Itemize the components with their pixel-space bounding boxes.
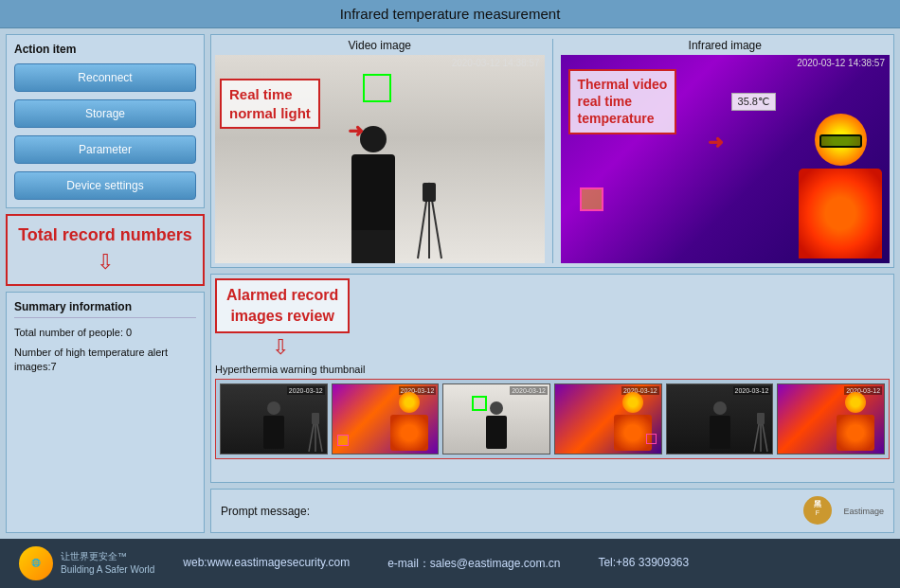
real-normal-text: Real timenormal light	[229, 85, 311, 122]
video-timestamp1: 2020-03-12 14:38:57	[452, 58, 540, 68]
summary-total-people: Total number of people: 0	[14, 326, 196, 340]
t4-body	[614, 415, 652, 451]
video-timestamp2: 2020-03-12 14:38:57	[797, 58, 885, 68]
thumbnail-3[interactable]: 2020-03-12	[442, 383, 550, 454]
thumb5-ts: 2020-03-12	[733, 386, 771, 395]
thumbnail-6[interactable]: 2020-03-12	[777, 383, 885, 454]
svg-rect-3	[423, 183, 436, 202]
summary-title: Summary information	[14, 300, 196, 318]
thermal-video-bg: Thermal videoreal timetemperature ➜ 35.8…	[561, 55, 891, 263]
prompt-label: Prompt message:	[221, 505, 310, 518]
thumb4-sq	[646, 434, 657, 444]
video-label: Video image	[215, 39, 545, 52]
total-record-arrow: ⇩	[17, 250, 193, 275]
thumbnail-section: Hyperthermia warning thumbnail 2020-03-1…	[215, 364, 890, 478]
thumb4-thermal-person	[609, 392, 657, 454]
t5-head	[713, 401, 727, 415]
t1-body	[263, 416, 284, 449]
thermal-person-figure	[799, 114, 882, 258]
normal-arrow: ➜	[348, 119, 364, 142]
normal-video-frame: 2020-03-12 14:38:57	[215, 55, 545, 263]
thumb1-tripod	[307, 411, 324, 454]
summary-alert-images: Number of high temperature alert images:…	[14, 346, 196, 375]
action-item-box: Action item Reconnect Storage Parameter …	[6, 34, 205, 208]
t2-head	[399, 392, 420, 413]
title-bar: Infrared temperature measurement	[0, 0, 900, 28]
t5-body	[710, 416, 730, 449]
footer-info: web:www.eastimagesecurity.com e-mail：sal…	[183, 556, 689, 572]
alarmed-arrow-down: ⇩	[272, 335, 289, 360]
temperature-badge: 35.8℃	[731, 93, 776, 111]
real-normal-label: Real timenormal light	[220, 79, 320, 129]
infrared-label: Infrared image	[561, 39, 891, 52]
action-item-title: Action item	[14, 43, 196, 56]
alarmed-area: Alarmed recordimages review ⇩ Hypertherm…	[210, 274, 894, 483]
t6-body	[837, 415, 874, 451]
alarmed-label-container: Alarmed recordimages review ⇩	[215, 278, 350, 360]
footer-logo: 🌐 让世界更安全™ Building A Safer World	[19, 546, 154, 580]
storage-button[interactable]: Storage	[14, 99, 196, 128]
svg-rect-7	[312, 413, 319, 424]
content-area: Action item Reconnect Storage Parameter …	[0, 28, 900, 539]
video-area: Video image 2020-03-12 14:38:57	[210, 34, 894, 268]
normal-video-section: Video image 2020-03-12 14:38:57	[215, 39, 545, 263]
svg-text:黑: 黑	[814, 500, 822, 508]
thumb1-person	[260, 401, 288, 454]
thumb3-face-box	[472, 396, 487, 411]
footer-logo-circle: 🌐	[19, 546, 53, 580]
alarmed-header: Alarmed recordimages review ⇩	[215, 278, 890, 360]
face-detection-box	[363, 74, 391, 102]
thumbnail-1[interactable]: 2020-03-12	[220, 383, 328, 454]
thermal-label: Thermal videoreal timetemperature	[568, 69, 677, 134]
alarmed-label-text: Alarmed recordimages review	[226, 287, 338, 324]
total-record-box: Total record numbers ⇩	[6, 214, 205, 286]
eastimage-logo-svg: 黑 F	[797, 494, 839, 527]
thermal-indicator-square	[580, 187, 603, 211]
thermal-arrow: ➜	[708, 131, 724, 153]
parameter-button[interactable]: Parameter	[14, 135, 196, 164]
eastimage-logo-text: Eastimage	[843, 507, 884, 516]
thermal-video-frame: 2020-03-12 14:38:57	[561, 55, 891, 263]
footer: 🌐 让世界更安全™ Building A Safer World web:www…	[0, 539, 900, 588]
thermal-label-text: Thermal videoreal timetemperature	[578, 76, 668, 128]
thumb1-ts: 2020-03-12	[287, 386, 325, 395]
thermal-body-heat	[799, 169, 882, 258]
normal-bg: Real timenormal light ➜	[215, 55, 545, 263]
summary-box: Summary information Total number of peop…	[6, 292, 205, 533]
thumbnails-row: 2020-03-12	[215, 379, 890, 459]
thumbnail-4[interactable]: 2020-03-12	[554, 383, 662, 454]
footer-logo-text: 让世界更安全™ Building A Safer World	[61, 550, 154, 577]
thumb6-thermal-person	[832, 392, 879, 454]
thumbnail-5[interactable]: 2020-03-12	[666, 383, 774, 454]
thermal-head	[815, 114, 867, 166]
logo-box: 黑 F Eastimage	[797, 494, 884, 527]
thumbnail-2[interactable]: 2020-03-12	[332, 383, 440, 454]
thermal-video-section: Infrared image 2020-03-12 14:38:57	[561, 39, 891, 263]
t1-head	[267, 401, 280, 415]
person-silhouette	[351, 126, 395, 263]
reconnect-button[interactable]: Reconnect	[14, 63, 196, 92]
person-body	[351, 154, 395, 230]
thermal-glasses	[819, 134, 862, 148]
tripod-svg	[413, 178, 446, 263]
svg-text:F: F	[816, 509, 819, 516]
footer-email: e-mail：sales@eastimage.com.cn	[387, 556, 560, 572]
thumb2-sq	[337, 435, 349, 446]
thumb5-person	[706, 401, 734, 454]
device-settings-button[interactable]: Device settings	[14, 171, 196, 200]
thumb3-ts: 2020-03-12	[510, 386, 548, 395]
footer-tel: Tel:+86 33909363	[598, 556, 689, 572]
thumb2-thermal-person	[386, 392, 433, 454]
footer-logo-icon: 🌐	[31, 560, 41, 568]
left-panel: Action item Reconnect Storage Parameter …	[6, 34, 205, 533]
footer-logo-line2: Building A Safer World	[61, 563, 154, 577]
person-legs	[351, 230, 395, 263]
app-title: Infrared temperature measurement	[340, 6, 561, 22]
total-record-label: Total record numbers	[17, 225, 193, 246]
alarmed-label: Alarmed recordimages review	[215, 278, 350, 333]
t3-head	[490, 401, 503, 415]
svg-rect-11	[757, 413, 765, 424]
thumb5-tripod	[752, 411, 769, 454]
right-panel: Video image 2020-03-12 14:38:57	[210, 34, 894, 533]
prompt-area: Prompt message: 黑 F Eastimage	[210, 489, 894, 533]
